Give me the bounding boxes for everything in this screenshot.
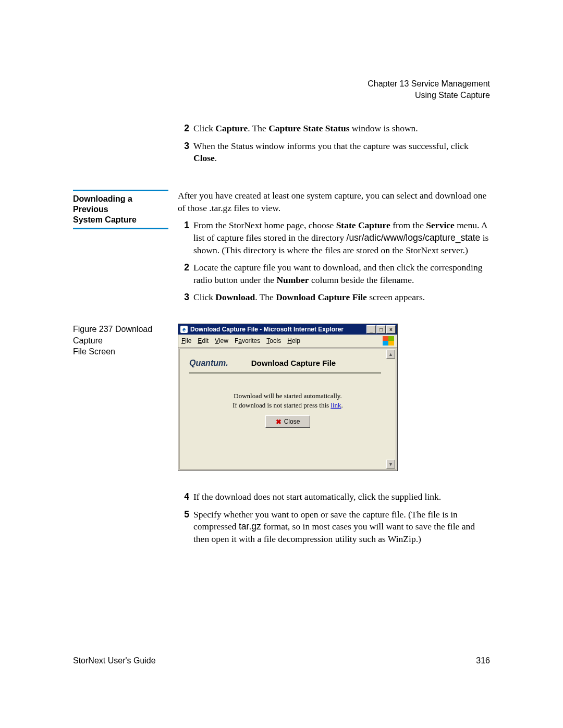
page-footer: StorNext User's Guide 316 — [73, 656, 490, 665]
section-title-line1: Downloading a Previous — [73, 194, 168, 215]
footer-left: StorNext User's Guide — [73, 656, 156, 665]
step-item: 1From the StorNext home page, choose Sta… — [178, 219, 490, 256]
ie-window: e Download Capture File - Microsoft Inte… — [178, 324, 398, 471]
ie-line2: If download is not started press this li… — [195, 401, 380, 410]
step-text: Specify whether you want to open or save… — [193, 509, 490, 546]
step-number: 3 — [178, 140, 189, 165]
menu-tools[interactable]: Tools — [266, 337, 281, 344]
section-intro: After you have created at least one syst… — [178, 190, 490, 214]
step-item: 5Specify whether you want to open or sav… — [178, 509, 490, 546]
step-text: If the download does not start automatic… — [193, 491, 490, 503]
top-steps: 2Click Capture. The Capture State Status… — [178, 122, 490, 165]
scrollbar-up-button[interactable]: ▲ — [386, 350, 395, 359]
menu-file[interactable]: File — [181, 337, 191, 344]
step-item: 3Click Download. The Download Capture Fi… — [178, 291, 490, 304]
quantum-logo: Quantum. — [189, 354, 236, 372]
ie-content-heading: Download Capture File — [236, 354, 381, 372]
step-number: 1 — [178, 219, 189, 256]
menu-edit[interactable]: Edit — [198, 337, 209, 344]
step-text: Locate the capture file you want to down… — [193, 262, 490, 286]
page-header: Chapter 13 Service Management Using Stat… — [73, 78, 490, 101]
ie-menubar: File Edit View Favorites Tools Help — [178, 335, 397, 348]
step-text: From the StorNext home page, choose Stat… — [193, 219, 490, 256]
download-link[interactable]: link — [331, 401, 341, 409]
step-number: 3 — [178, 291, 189, 304]
menu-favorites[interactable]: Favorites — [235, 337, 260, 344]
window-maximize-button[interactable]: □ — [376, 325, 386, 334]
header-chapter: Chapter 13 Service Management — [73, 78, 490, 90]
step-number: 5 — [178, 509, 189, 546]
step-text: Click Capture. The Capture State Status … — [193, 122, 490, 135]
step-number: 2 — [178, 262, 189, 286]
footer-right: 316 — [476, 656, 490, 665]
section-title-line2: System Capture — [73, 215, 168, 225]
windows-flag-icon — [383, 336, 394, 346]
step-number: 4 — [178, 491, 189, 503]
menu-view[interactable]: View — [215, 337, 228, 344]
post-steps: 4If the download does not start automati… — [178, 491, 490, 546]
ie-line1: Download will be started automatically. — [195, 391, 380, 401]
figure-caption-line2: File Screen — [73, 346, 168, 357]
window-minimize-button[interactable]: _ — [366, 325, 376, 334]
window-close-button[interactable]: × — [386, 325, 396, 334]
close-button[interactable]: ✖ Close — [265, 415, 310, 428]
close-button-label: Close — [284, 418, 300, 425]
figure-caption: Figure 237 Download Capture File Screen — [73, 324, 168, 357]
ie-content: ▲ Quantum. Download Capture File Downloa… — [179, 349, 396, 470]
scrollbar-down-button[interactable]: ▼ — [386, 460, 395, 468]
close-x-icon: ✖ — [276, 418, 282, 426]
step-text: When the Status window informs you that … — [193, 140, 490, 165]
header-section: Using State Capture — [73, 90, 490, 101]
step-text: Click Download. The Download Capture Fil… — [193, 291, 490, 304]
section-steps: 1From the StorNext home page, choose Sta… — [178, 219, 490, 304]
step-item: 2Locate the capture file you want to dow… — [178, 262, 490, 286]
ie-title-text: Download Capture File - Microsoft Intern… — [190, 326, 344, 333]
step-item: 4If the download does not start automati… — [178, 491, 490, 503]
step-number: 2 — [178, 122, 189, 135]
ie-app-icon: e — [180, 326, 188, 333]
ie-titlebar: e Download Capture File - Microsoft Inte… — [178, 324, 397, 335]
ie-body-text: Download will be started automatically. … — [195, 391, 380, 410]
menu-help[interactable]: Help — [287, 337, 300, 344]
section-sidebar-title: Downloading a Previous System Capture — [73, 190, 168, 229]
step-item: 3When the Status window informs you that… — [178, 140, 490, 165]
figure-caption-line1: Figure 237 Download Capture — [73, 324, 168, 346]
step-item: 2Click Capture. The Capture State Status… — [178, 122, 490, 135]
